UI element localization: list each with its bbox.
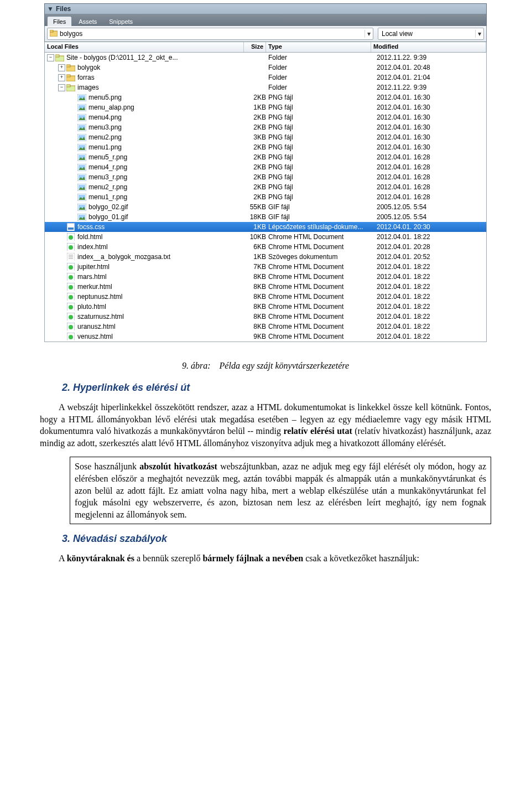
file-row[interactable]: index__a_bolygok_mozgasa.txt1KBSzöveges …: [45, 252, 486, 262]
file-row[interactable]: menu5.png2KBPNG fájl2012.04.01. 16:30: [45, 92, 486, 102]
file-modified: 2012.11.22. 9:39: [373, 84, 486, 91]
file-row[interactable]: jupiter.html7KBChrome HTML Document2012.…: [45, 262, 486, 272]
file-row[interactable]: index.html6KBChrome HTML Document2012.04…: [45, 242, 486, 252]
file-modified: 2012.04.01. 16:30: [373, 104, 486, 111]
file-row[interactable]: uranusz.html8KBChrome HTML Document2012.…: [45, 322, 486, 332]
file-row[interactable]: menu5_r.png2KBPNG fájl2012.04.01. 16:28: [45, 152, 486, 162]
tab-assets[interactable]: Assets: [73, 17, 102, 26]
html-icon: [66, 233, 75, 241]
col-type[interactable]: Type: [266, 42, 371, 52]
img-icon: [77, 153, 86, 161]
file-row[interactable]: menu3.png2KBPNG fájl2012.04.01. 16:30: [45, 122, 486, 132]
file-name: focss.css: [77, 223, 105, 231]
file-name: menu5_r.png: [88, 153, 127, 161]
file-modified: 2012.04.01. 16:30: [373, 143, 486, 151]
view-combo-label: Local view: [378, 30, 475, 38]
file-row[interactable]: fold.html10KBChrome HTML Document2012.04…: [45, 232, 486, 242]
file-row[interactable]: menu2_r.png2KBPNG fájl2012.04.01. 16:28: [45, 182, 486, 192]
file-size: 8KB: [244, 323, 267, 330]
file-modified: 2012.04.01. 18:22: [373, 273, 486, 281]
file-size: 8KB: [244, 293, 267, 301]
file-row[interactable]: +forrasFolder2012.04.01. 21:04: [45, 73, 486, 82]
file-row[interactable]: neptunusz.html8KBChrome HTML Document201…: [45, 292, 486, 302]
file-row[interactable]: menu4_r.png2KBPNG fájl2012.04.01. 16:28: [45, 162, 486, 172]
file-row[interactable]: menu1.png2KBPNG fájl2012.04.01. 16:30: [45, 142, 486, 152]
file-row[interactable]: szaturnusz.html8KBChrome HTML Document20…: [45, 312, 486, 322]
collapse-toggle[interactable]: −: [58, 84, 65, 91]
document-body: 9. ábra: Példa egy szájt könyvtárszerkez…: [40, 361, 491, 565]
file-type: PNG fájl: [267, 173, 373, 181]
file-row[interactable]: focss.css1KBLépcsőzetes stíluslap-dokume…: [45, 222, 486, 232]
svg-point-62: [69, 275, 73, 280]
view-combo[interactable]: Local view ▾: [378, 28, 484, 40]
file-modified: 2012.04.01. 18:22: [373, 263, 486, 271]
file-name: merkur.html: [77, 283, 112, 291]
folder-open-icon: [55, 54, 64, 61]
file-row[interactable]: menu4.png2KBPNG fájl2012.04.01. 16:30: [45, 112, 486, 122]
file-name: menu3_r.png: [88, 173, 127, 181]
file-modified: 2005.12.05. 5:54: [373, 203, 486, 211]
section-3-body: A könyvtáraknak és a bennük szereplő bár…: [40, 552, 491, 565]
chevron-down-icon[interactable]: ▾: [365, 30, 373, 38]
folder-open-icon: [66, 84, 75, 91]
file-name: menu1.png: [88, 143, 122, 151]
img-icon: [77, 193, 86, 201]
file-type: Folder: [267, 84, 373, 91]
file-type: PNG fájl: [267, 123, 373, 131]
file-name: fold.html: [77, 233, 102, 241]
chevron-down-icon[interactable]: ▾: [475, 30, 483, 38]
file-tree[interactable]: −Site - bolygos (D:\2011_12_2_okt_e...Fo…: [44, 53, 487, 342]
html-icon: [66, 333, 75, 340]
tab-files[interactable]: Files: [47, 16, 72, 26]
file-name: uranusz.html: [77, 323, 116, 330]
collapse-icon[interactable]: ▼: [47, 5, 54, 13]
file-row[interactable]: mars.html8KBChrome HTML Document2012.04.…: [45, 272, 486, 282]
file-modified: 2012.04.01. 18:22: [373, 303, 486, 311]
tab-snippets[interactable]: Snippets: [103, 17, 138, 26]
file-name: neptunusz.html: [77, 293, 122, 301]
file-size: 8KB: [244, 313, 267, 320]
file-row[interactable]: merkur.html8KBChrome HTML Document2012.0…: [45, 282, 486, 292]
file-row[interactable]: pluto.html8KBChrome HTML Document2012.04…: [45, 302, 486, 312]
file-row[interactable]: menu2.png3KBPNG fájl2012.04.01. 16:30: [45, 132, 486, 142]
img-icon: [77, 123, 86, 131]
file-type: Chrome HTML Document: [267, 263, 373, 271]
file-name: index.html: [77, 243, 108, 251]
expand-toggle[interactable]: +: [58, 74, 65, 81]
file-modified: 2012.04.01. 16:28: [373, 183, 486, 191]
file-size: 8KB: [244, 273, 267, 281]
file-name: Site - bolygos (D:\2011_12_2_okt_e...: [66, 54, 178, 61]
file-type: Folder: [267, 54, 373, 61]
file-row[interactable]: menu3_r.png2KBPNG fájl2012.04.01. 16:28: [45, 172, 486, 182]
file-row[interactable]: −Site - bolygos (D:\2011_12_2_okt_e...Fo…: [45, 53, 486, 63]
svg-point-70: [69, 315, 73, 319]
file-row[interactable]: bolygo_02.gif55KBGIF fájl2005.12.05. 5:5…: [45, 202, 486, 212]
html-icon: [66, 263, 75, 271]
file-row[interactable]: bolygo_01.gif18KBGIF fájl2005.12.05. 5:5…: [45, 212, 486, 222]
folder-icon: [66, 74, 75, 81]
expand-toggle[interactable]: +: [58, 64, 65, 71]
file-size: 9KB: [244, 333, 267, 340]
file-name: menu3.png: [88, 123, 122, 131]
collapse-toggle[interactable]: −: [47, 54, 54, 61]
file-type: Szöveges dokumentum: [267, 253, 373, 261]
file-modified: 2012.04.01. 20:48: [373, 64, 486, 71]
file-row[interactable]: menu_alap.png1KBPNG fájl2012.04.01. 16:3…: [45, 102, 486, 112]
file-row[interactable]: +bolygokFolder2012.04.01. 20:48: [45, 63, 486, 73]
file-modified: 2012.04.01. 16:28: [373, 153, 486, 161]
col-local-files[interactable]: Local Files: [45, 42, 244, 52]
file-row[interactable]: −imagesFolder2012.11.22. 9:39: [45, 82, 486, 92]
file-name: szaturnusz.html: [77, 313, 124, 320]
col-size[interactable]: Size: [244, 42, 266, 52]
gif-icon: [77, 213, 86, 221]
html-icon: [66, 243, 75, 251]
col-modified[interactable]: Modified: [371, 42, 486, 52]
file-row[interactable]: venusz.html9KBChrome HTML Document2012.0…: [45, 332, 486, 342]
panel-header[interactable]: ▼ Files: [44, 3, 487, 14]
file-name: forras: [77, 74, 95, 81]
file-modified: 2012.04.01. 21:04: [373, 74, 486, 81]
site-combo[interactable]: bolygos ▾: [47, 28, 373, 40]
file-row[interactable]: menu1_r.png2KBPNG fájl2012.04.01. 16:28: [45, 192, 486, 202]
file-type: Chrome HTML Document: [267, 323, 373, 330]
file-type: Chrome HTML Document: [267, 243, 373, 251]
